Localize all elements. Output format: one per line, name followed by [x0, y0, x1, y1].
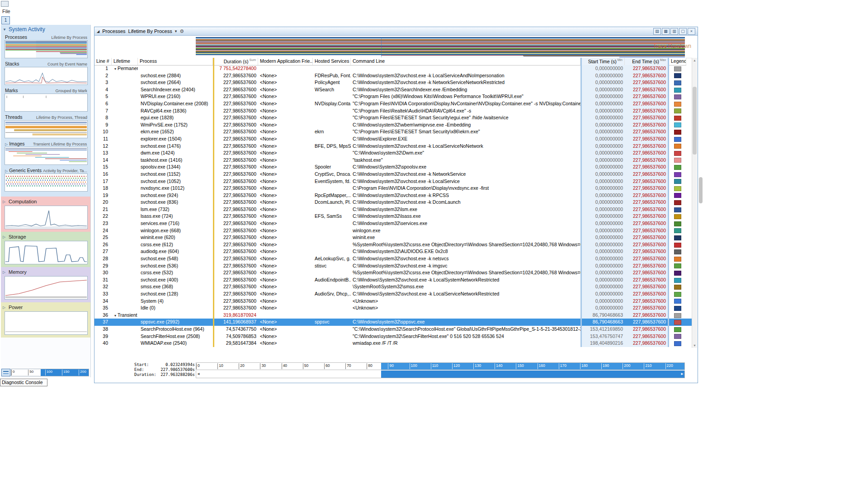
table-row[interactable]: 36▾Transient319,86187092486,790468663227… — [94, 312, 693, 319]
table-row[interactable]: 17svchost.exe (1052)227,986537600<None>E… — [94, 178, 693, 185]
expand-icon[interactable]: ▷ — [3, 235, 7, 239]
table-row[interactable]: 34System (4)227,986537600<None><Unknown>… — [94, 298, 693, 305]
sidebar-section-memory[interactable]: ▷ Memory — [1, 267, 90, 302]
close-icon[interactable]: × — [688, 28, 695, 35]
table-row[interactable]: 35Idle (0)227,986537600<None><Unknown>0,… — [94, 305, 693, 312]
diagnostic-console[interactable]: Diagnostic Console — [0, 379, 47, 386]
column-header-modern[interactable]: Modern Application Frie... — [258, 58, 313, 65]
scroll-up-icon[interactable]: ▲ — [692, 58, 697, 63]
graph-thumbnail[interactable] — [5, 311, 88, 335]
graph-thumbnail[interactable] — [5, 174, 88, 192]
table-row[interactable]: 7RAVCpl64.exe (1836)227,986537600<None>"… — [94, 108, 693, 115]
table-row[interactable]: 22lsass.exe (724)227,986537600<None>EFS,… — [94, 213, 693, 220]
table-row[interactable]: 6NVDisplay.Container.exe (2008)227,98653… — [94, 100, 693, 108]
table-row[interactable]: 14taskhost.exe (1416)227,986537600<None>… — [94, 157, 693, 164]
sidebar-section-storage[interactable]: ▷ Storage — [1, 232, 90, 267]
collapse-icon[interactable]: ▼ — [3, 28, 7, 32]
table-row[interactable]: 8egui.exe (1828)227,986537600<None>"C:\P… — [94, 114, 693, 122]
expand-icon[interactable]: ▷ — [3, 200, 7, 204]
time-ruler[interactable]: 0102030405060708090100110120130140150160… — [196, 362, 685, 378]
process-lifetime-bar[interactable] — [619, 57, 685, 57]
column-header-hosted[interactable]: Hosted Services — [313, 58, 351, 65]
table-row[interactable]: 31svchost.exe (400)227,986537600<None>Au… — [94, 277, 693, 284]
undock-icon[interactable]: ▢ — [679, 28, 687, 35]
graph-thumbnail[interactable] — [5, 94, 88, 112]
table-row[interactable]: 29svchost.exe (536)227,986537600<None>st… — [94, 263, 693, 270]
row-expander-icon[interactable]: ▾ — [114, 67, 116, 71]
expand-icon[interactable]: ▷ — [3, 305, 7, 310]
table-row[interactable]: 20svchost.exe (836)227,986537600<None>Dc… — [94, 199, 693, 206]
graph-thumbnail[interactable] — [5, 67, 88, 85]
graph-view-icon[interactable]: ▤ — [653, 28, 661, 35]
table-scrollbar[interactable]: ▲ ▼ — [692, 58, 697, 348]
table-row[interactable]: 33svchost.exe (128)227,986537600<None>Au… — [94, 291, 693, 298]
scroll-left-icon[interactable]: ◄ — [197, 372, 200, 376]
panel-view-label[interactable]: Lifetime By Process — [128, 28, 172, 34]
table-row[interactable]: 3svchost.exe (2664)227,986537600<None>Po… — [94, 79, 693, 86]
sidebar-section-computation[interactable]: ▷ Computation — [1, 197, 90, 232]
table-row[interactable]: 25wininit.exe (620)227,986537600<None>wi… — [94, 234, 693, 241]
expand-icon[interactable]: ▷ — [5, 169, 8, 173]
panel-titlebar[interactable]: ◢ Processes Lifetime By Process ▾ ⚙ ▤▦▥▢… — [94, 27, 698, 36]
table-row[interactable]: 11explorer.exe (1504)227,986537600<None>… — [94, 136, 693, 143]
graph-thumbnail[interactable] — [5, 241, 88, 264]
expand-icon[interactable]: ▷ — [5, 142, 8, 146]
table-row[interactable]: 21lsm.exe (732)227,986537600<None>C:\Win… — [94, 206, 693, 213]
mini-ruler[interactable]: 050100150200 — [11, 369, 89, 376]
table-row[interactable]: 12svchost.exe (1476)227,986537600<None>B… — [94, 143, 693, 150]
tab-1[interactable]: 1 — [1, 16, 10, 24]
menu-file[interactable]: File — [2, 9, 10, 14]
sidebar-graph-images[interactable]: ▷ImagesTransient Lifetime By Process, I.… — [5, 141, 88, 165]
sidebar-graph-processes[interactable]: ProcessesLifetime By Process — [5, 34, 88, 58]
mini-graph-icon[interactable] — [1, 369, 10, 376]
table-row[interactable]: 28svchost.exe (548)227,986537600<None>Ae… — [94, 255, 693, 263]
table-row[interactable]: 13dwm.exe (1424)227,986537600<None>"C:\W… — [94, 150, 693, 157]
expand-icon[interactable]: ▷ — [3, 270, 7, 274]
column-header-end[interactable]: End Time (s)Max — [625, 58, 669, 65]
column-header-lifetime[interactable]: Lifetime — [112, 58, 138, 65]
table-row[interactable]: 32smss.exe (368)227,986537600<None>\Syst… — [94, 283, 693, 291]
graph-thumbnail[interactable] — [5, 120, 88, 138]
table-row[interactable]: 19svchost.exe (924)227,986537600<None>Rp… — [94, 192, 693, 199]
gear-icon[interactable]: ⚙ — [179, 28, 184, 34]
table-row[interactable]: 40WMIADAP.exe (2540)29,581647384<None>wm… — [94, 340, 693, 347]
graph-thumbnail[interactable] — [5, 40, 88, 58]
chevron-down-icon[interactable]: ▾ — [175, 29, 177, 33]
table-row[interactable]: 30csrss.exe (532)227,986537600<None>%Sys… — [94, 269, 693, 277]
column-header-cmdline[interactable]: Command Line — [351, 58, 580, 65]
table-row[interactable]: 1▾Permanent7 751,5422784000,000000000227… — [94, 65, 693, 72]
table-row[interactable]: 4SearchIndexer.exe (2404)227,986537600<N… — [94, 86, 693, 94]
table-row[interactable]: 2svchost.exe (2884)227,986537600<None>FD… — [94, 72, 693, 80]
table-row[interactable]: 39SearchFilterHost.exe (2508)74,50978685… — [94, 333, 693, 340]
scroll-down-icon[interactable]: ▼ — [692, 343, 697, 348]
column-header-process[interactable]: Process — [138, 58, 213, 65]
table-row[interactable]: 23services.exe (716)227,986537600<None>C… — [94, 220, 693, 227]
table-row[interactable]: 15spoolsv.exe (1344)227,986537600<None>S… — [94, 164, 693, 171]
sidebar-graph-generic-events[interactable]: ▷Generic EventsActivity by Provider, Ta.… — [5, 167, 88, 192]
panel-expander-icon[interactable]: ◢ — [97, 29, 99, 33]
graph-thumbnail[interactable] — [5, 147, 88, 165]
process-lifetime-graph[interactable]: Trace Rundown — [94, 36, 698, 58]
table-row[interactable]: 10ekrn.exe (1652)227,986537600<None>ekrn… — [94, 128, 693, 136]
table-row[interactable]: 38SearchProtocolHost.exe (964)74,5743677… — [94, 326, 693, 333]
column-header-legend[interactable]: Legend — [669, 58, 686, 65]
table-row[interactable]: 16svchost.exe (1152)227,986537600<None>C… — [94, 171, 693, 178]
table-row[interactable]: 27audiodg.exe (604)227,986537600<None>C:… — [94, 248, 693, 255]
sidebar-graph-stacks[interactable]: StacksCount by Event Name — [5, 61, 88, 85]
graph-thumbnail[interactable] — [5, 276, 88, 300]
window-scrollbar-thumb[interactable] — [699, 177, 703, 203]
row-expander-icon[interactable]: ▾ — [114, 314, 116, 318]
selected-time-region[interactable] — [381, 371, 684, 378]
table-row[interactable]: 9WmiPrvSE.exe (1752)227,986537600<None>C… — [94, 122, 693, 129]
table-row[interactable]: 37sppsvc.exe (2992)141,196068937<None>sp… — [94, 319, 693, 326]
mixed-view-icon[interactable]: ▦ — [662, 28, 670, 35]
graph-thumbnail[interactable] — [5, 206, 88, 229]
sidebar-section-power[interactable]: ▷ Power — [1, 302, 90, 338]
scrollbar-thumb[interactable] — [693, 87, 697, 155]
table-row[interactable]: 5WPRUI.exe (2160)227,986537600<None>"C:\… — [94, 93, 693, 100]
column-header-start[interactable]: Start Time (s)Min — [580, 58, 625, 65]
table-view-icon[interactable]: ▥ — [670, 28, 678, 35]
column-header-duration[interactable]: Duration (s)Sum — [213, 58, 258, 65]
table-row[interactable]: 18nvxdsync.exe (1012)227,986537600<None>… — [94, 185, 693, 192]
sidebar-graph-threads[interactable]: ThreadsLifetime By Process, Thread — [5, 114, 88, 138]
